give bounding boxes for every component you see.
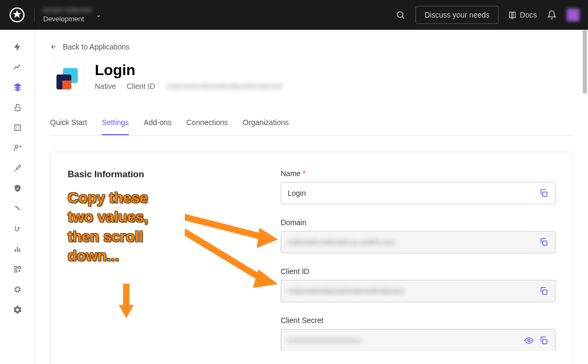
tab-addons[interactable]: Add-ons: [144, 113, 172, 135]
client-id-label: Client ID: [281, 267, 556, 276]
separator: [34, 9, 35, 21]
svg-rect-8: [14, 267, 17, 269]
sidebar-bar-icon[interactable]: [12, 244, 23, 254]
book-icon: [508, 11, 517, 19]
sidebar-bolt-icon[interactable]: [12, 42, 23, 52]
svg-point-4: [15, 145, 18, 148]
sidebar-brush-icon[interactable]: [12, 163, 23, 173]
domain-input-wrap: redacted-redacted.us.auth0.com: [281, 231, 556, 253]
client-secret-input-wrap: ••••••••••••••••••••••••••••: [281, 329, 556, 351]
svg-rect-16: [543, 339, 547, 343]
eye-icon[interactable]: [524, 336, 534, 345]
client-id-value: redactedredactedredactedredacted: [166, 82, 282, 90]
client-id-input-wrap: redactedredactedredactedredacted: [281, 280, 556, 302]
svg-rect-13: [543, 241, 547, 245]
tenant-selector[interactable]: tenant-redacted Development: [43, 6, 92, 24]
annotation-arrow-down: [116, 284, 137, 321]
field-client-id: Client ID redactedredactedredactedredact…: [281, 267, 556, 302]
brand-logo[interactable]: [9, 6, 26, 23]
scrollbar[interactable]: [583, 30, 587, 94]
app-type: Native: [95, 82, 116, 90]
name-input[interactable]: [288, 189, 539, 197]
top-header: tenant-redacted Development ⌄ Discuss yo…: [0, 0, 588, 30]
app-title: Login: [95, 62, 282, 79]
tenant-name: tenant-redacted: [43, 6, 92, 15]
copy-icon[interactable]: [539, 188, 549, 198]
svg-rect-3: [14, 125, 20, 131]
svg-point-1: [397, 12, 403, 18]
tab-organizations[interactable]: Organizations: [243, 113, 289, 135]
client-id-label: Client ID: [127, 82, 156, 90]
discuss-button[interactable]: Discuss your needs: [415, 6, 499, 24]
tab-connections[interactable]: Connections: [186, 113, 228, 135]
name-label: Name *: [281, 169, 556, 178]
svg-rect-6: [17, 247, 18, 252]
svg-rect-2: [15, 107, 20, 111]
tab-bar: Quick Start Settings Add-ons Connections…: [50, 113, 573, 136]
annotation-arrow-2: [185, 227, 281, 296]
sidebar-shield-icon[interactable]: [12, 183, 23, 194]
svg-rect-11: [15, 288, 19, 292]
domain-label: Domain: [281, 218, 556, 227]
search-icon[interactable]: [395, 10, 406, 20]
docs-link[interactable]: Docs: [508, 11, 537, 19]
annotation-arrow-1: [185, 201, 281, 254]
copy-icon[interactable]: [539, 286, 549, 296]
client-secret-value: ••••••••••••••••••••••••••••: [288, 336, 524, 345]
settings-card: Basic Information Copy these two values,…: [50, 152, 573, 364]
svg-point-15: [528, 339, 530, 342]
section-title: Basic Information: [68, 169, 259, 180]
app-logo: [50, 62, 84, 96]
sidebar-userplus-icon[interactable]: [12, 143, 23, 153]
app-header: Login Native Client ID redactedredactedr…: [50, 62, 573, 96]
sidebar-ext-icon[interactable]: [12, 264, 23, 275]
tab-quick-start[interactable]: Quick Start: [50, 113, 87, 135]
chevron-down-icon[interactable]: ⌄: [96, 11, 101, 19]
sidebar-pipe-icon[interactable]: [12, 203, 23, 214]
bell-icon[interactable]: [546, 10, 557, 20]
svg-rect-10: [14, 270, 17, 272]
back-link[interactable]: Back to Applications: [50, 43, 129, 51]
sidebar-gear-icon[interactable]: [12, 304, 23, 315]
name-input-wrap: [281, 182, 556, 204]
annotation-text: Copy these two values, then scroll down.…: [68, 188, 148, 266]
sidebar-layers-icon[interactable]: [12, 82, 23, 93]
avatar[interactable]: [567, 9, 579, 21]
field-name: Name *: [281, 169, 556, 204]
field-domain: Domain redacted-redacted.us.auth0.com: [281, 218, 556, 253]
field-client-secret: Client Secret ••••••••••••••••••••••••••…: [281, 316, 556, 351]
copy-icon[interactable]: [539, 336, 549, 345]
sidebar-org-icon[interactable]: [12, 122, 23, 133]
client-secret-label: Client Secret: [281, 316, 556, 325]
tenant-env: Development: [43, 15, 92, 24]
tab-settings[interactable]: Settings: [102, 113, 129, 135]
sidebar-hook-icon[interactable]: [12, 224, 23, 234]
client-id-value: redactedredactedredactedredacted: [288, 287, 539, 295]
arrow-left-icon: [50, 43, 58, 51]
sidebar-nav: [0, 30, 35, 364]
svg-rect-5: [14, 249, 15, 252]
main-content: Back to Applications Login Native Client…: [35, 30, 588, 364]
svg-rect-12: [543, 192, 547, 196]
domain-value: redacted-redacted.us.auth0.com: [288, 238, 539, 246]
sidebar-lock-icon[interactable]: [12, 102, 23, 113]
sidebar-chart-icon[interactable]: [12, 62, 23, 72]
copy-icon[interactable]: [539, 237, 549, 247]
svg-rect-14: [543, 290, 547, 294]
svg-rect-7: [19, 249, 20, 252]
svg-rect-9: [18, 267, 20, 269]
sidebar-chip-icon[interactable]: [12, 284, 23, 295]
